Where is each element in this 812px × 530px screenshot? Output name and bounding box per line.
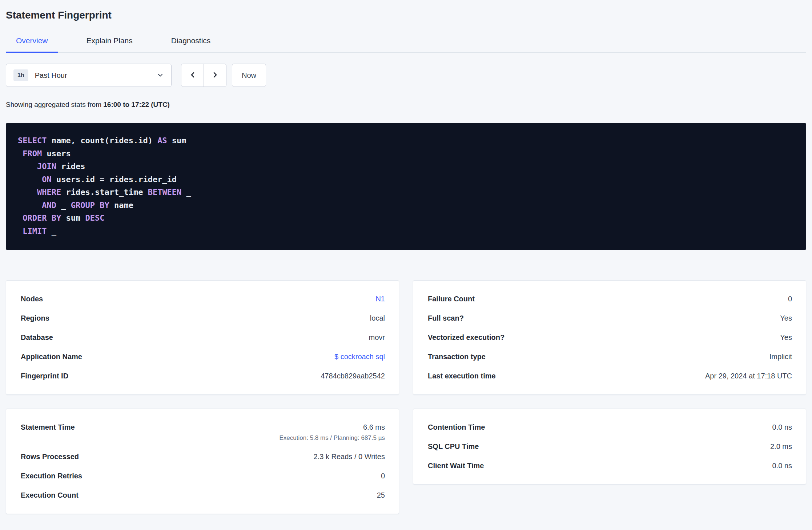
stat-row: Statement Time6.6 msExecution: 5.8 ms / … [21, 418, 385, 447]
time-range-badge: 1h [13, 69, 28, 81]
stat-label: Application Name [21, 353, 91, 361]
chevron-left-icon [188, 71, 197, 80]
stat-value: Yes [780, 333, 792, 341]
tab-diagnostics[interactable]: Diagnostics [161, 36, 221, 52]
stat-label: Contention Time [428, 423, 494, 431]
stat-label: Execution Retries [21, 472, 91, 480]
stat-value-wrap: 0 [381, 472, 385, 480]
sql-line: ORDER BY sum DESC [18, 212, 795, 225]
stat-value: Implicit [769, 353, 792, 361]
sql-line: ON users.id = rides.rider_id [18, 173, 795, 186]
stat-row: Fingerprint ID4784cb829aab2542 [21, 366, 385, 386]
stat-value: local [370, 314, 385, 322]
stat-value-wrap: N1 [375, 295, 385, 303]
stat-row: Contention Time0.0 ns [428, 418, 792, 437]
stat-value-wrap: 0.0 ns [772, 423, 792, 431]
page-title: Statement Fingerprint [6, 0, 806, 21]
stat-value: Yes [780, 314, 792, 322]
stat-row: Application Name$ cockroach sql [21, 347, 385, 366]
stat-subtext: Execution: 5.8 ms / Planning: 687.5 µs [280, 434, 385, 442]
stat-value-wrap: 2.3 k Reads / 0 Writes [314, 453, 385, 461]
stat-row: Execution Count25 [21, 486, 385, 505]
tab-overview[interactable]: Overview [6, 36, 58, 52]
stat-value-wrap: Implicit [769, 353, 792, 361]
sql-line: SELECT name, count(rides.id) AS sum [18, 134, 795, 147]
stat-value-wrap: 6.6 msExecution: 5.8 ms / Planning: 687.… [280, 423, 385, 442]
card-wait-times: Contention Time0.0 nsSQL CPU Time2.0 msC… [413, 409, 806, 485]
time-range-dropdown[interactable]: 1h Past Hour [6, 64, 172, 87]
stat-value-wrap: $ cockroach sql [334, 353, 385, 361]
stats-line-prefix: Showing aggregated stats from [6, 101, 103, 108]
stat-row: Last execution timeApr 29, 2024 at 17:18… [428, 366, 792, 386]
stat-row: Transaction typeImplicit [428, 347, 792, 366]
stat-value: 0 [788, 295, 792, 303]
stat-value-link[interactable]: N1 [375, 295, 385, 303]
stat-value: 0 [381, 472, 385, 480]
chevron-down-icon [157, 72, 164, 79]
sql-line: JOIN rides [18, 160, 795, 173]
stat-value-wrap: 25 [377, 491, 385, 499]
stat-value-wrap: Yes [780, 333, 792, 342]
stat-row: Client Wait Time0.0 ns [428, 456, 792, 475]
stat-value: 0.0 ns [772, 423, 792, 431]
range-nav-group [181, 64, 226, 87]
stat-value: 2.0 ms [770, 442, 792, 450]
stat-row: Regionslocal [21, 309, 385, 328]
tab-explain-plans[interactable]: Explain Plans [76, 36, 143, 52]
stat-label: Execution Count [21, 491, 87, 499]
statement-fingerprint-page: Statement Fingerprint Overview Explain P… [0, 0, 812, 514]
stat-row: Databasemovr [21, 328, 385, 347]
previous-range-button[interactable] [181, 64, 204, 87]
stat-label: Database [21, 333, 62, 342]
stat-label: Full scan? [428, 314, 473, 322]
aggregated-stats-line: Showing aggregated stats from 16:00 to 1… [6, 101, 806, 109]
now-button[interactable]: Now [232, 64, 266, 87]
stat-label: Nodes [21, 295, 52, 303]
stat-value-wrap: 4784cb829aab2542 [321, 372, 385, 380]
stat-value-link[interactable]: $ cockroach sql [334, 353, 385, 361]
card-execution-attributes: Failure Count0Full scan?YesVectorized ex… [413, 280, 806, 395]
stat-label: Client Wait Time [428, 462, 493, 470]
stat-row: Vectorized execution?Yes [428, 328, 792, 347]
stat-value-wrap: local [370, 314, 385, 322]
stat-label: Transaction type [428, 353, 494, 361]
stat-value-wrap: movr [369, 333, 385, 342]
time-toolbar: 1h Past Hour Now [6, 64, 806, 87]
sql-line: AND _ GROUP BY name [18, 199, 795, 212]
stat-row: Failure Count0 [428, 289, 792, 309]
stat-value: movr [369, 333, 385, 341]
summary-cards: NodesN1RegionslocalDatabasemovrApplicati… [6, 280, 806, 514]
stat-value: 4784cb829aab2542 [321, 372, 385, 380]
stat-row: NodesN1 [21, 289, 385, 309]
stat-value-wrap: Apr 29, 2024 at 17:18 UTC [705, 372, 792, 380]
stat-value: 6.6 ms [363, 423, 385, 431]
stat-label: Failure Count [428, 295, 483, 303]
stat-value-wrap: 0.0 ns [772, 462, 792, 470]
stat-value-wrap: Yes [780, 314, 792, 322]
stat-label: Vectorized execution? [428, 333, 513, 342]
stats-line-range: 16:00 to 17:22 (UTC) [103, 101, 170, 108]
stat-label: SQL CPU Time [428, 442, 487, 451]
stat-label: Regions [21, 314, 58, 322]
stat-value-wrap: 0 [788, 295, 792, 303]
card-statement-times: Statement Time6.6 msExecution: 5.8 ms / … [6, 409, 399, 514]
stat-label: Rows Processed [21, 453, 88, 461]
stat-value-wrap: 2.0 ms [770, 442, 792, 451]
chevron-right-icon [211, 71, 220, 80]
stat-value: 25 [377, 491, 385, 499]
sql-line: LIMIT _ [18, 225, 795, 238]
sql-statement-box: SELECT name, count(rides.id) AS sum FROM… [6, 123, 806, 250]
sql-code: SELECT name, count(rides.id) AS sum FROM… [18, 134, 795, 237]
stat-label: Fingerprint ID [21, 372, 77, 380]
stat-label: Statement Time [21, 423, 84, 431]
stat-value: 0.0 ns [772, 462, 792, 470]
stat-row: Full scan?Yes [428, 309, 792, 328]
sql-line: FROM users [18, 147, 795, 160]
stat-value: 2.3 k Reads / 0 Writes [314, 453, 385, 461]
tab-bar: Overview Explain Plans Diagnostics [6, 36, 806, 53]
stat-row: SQL CPU Time2.0 ms [428, 437, 792, 456]
stat-row: Execution Retries0 [21, 466, 385, 486]
next-range-button[interactable] [204, 64, 226, 87]
stat-row: Rows Processed2.3 k Reads / 0 Writes [21, 447, 385, 466]
card-overview-details: NodesN1RegionslocalDatabasemovrApplicati… [6, 280, 399, 395]
